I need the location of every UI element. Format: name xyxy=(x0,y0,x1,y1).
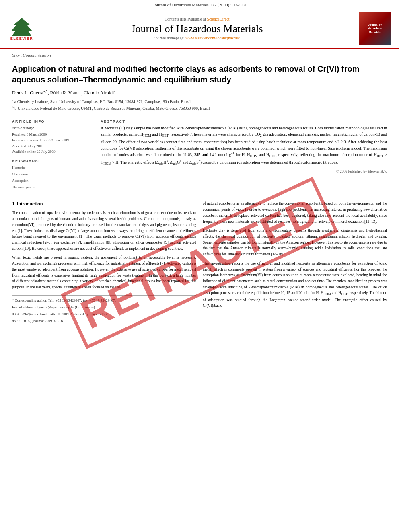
footnote-email: E-mail address: dlguerra@iqm.unicamp.br … xyxy=(12,305,196,310)
footnote-area: * Corresponding author. Tel.: +55 19 334… xyxy=(12,295,196,324)
svg-point-3 xyxy=(15,23,17,25)
elsevier-tree-svg xyxy=(8,16,35,37)
abstract-box: ABSTRACT A hectorite (H) clay sample has… xyxy=(101,116,387,174)
sciencedirect-link[interactable]: ScienceDirect xyxy=(207,17,229,21)
intro-paragraph-4: Hectorite clay is generated from soils a… xyxy=(203,228,387,257)
keywords-box: Keywords: Hectorite Chromium Adsorption … xyxy=(12,159,93,191)
footnote-corresponding: * Corresponding author. Tel.: +55 19 334… xyxy=(12,298,196,304)
article-info-label: ARTICLE INFO xyxy=(12,119,93,123)
affiliations: a a Chemistry Institute, State Universit… xyxy=(12,99,387,112)
keyword-item: Chromium xyxy=(12,171,93,177)
article-history: Article history: Received 6 March 2009 R… xyxy=(12,125,93,155)
copyright: © 2009 Published by Elsevier B.V. xyxy=(101,169,387,173)
abstract-column: ABSTRACT A hectorite (H) clay sample has… xyxy=(101,116,387,195)
journal-title-area: Contents lists available at ScienceDirec… xyxy=(35,17,359,40)
elsevier-logo-area: ELSEVIER xyxy=(8,16,35,41)
keywords-list: Hectorite Chromium Adsorption Thermodyna… xyxy=(12,164,93,191)
body-col-left: 1. Introduction The contamination of aqu… xyxy=(12,201,196,325)
intro-paragraph-1: The contamination of aquatic environment… xyxy=(12,210,196,251)
keyword-item: Adsorption xyxy=(12,177,93,184)
article-info-abstract-section: ARTICLE INFO Article history: Received 6… xyxy=(12,116,387,195)
elsevier-logo xyxy=(8,16,35,37)
journal-cover-thumbnail: Journal of Hazardous Materials xyxy=(359,12,391,45)
svg-point-4 xyxy=(27,23,29,25)
intro-paragraph-2: When toxic metals are present in aquatic… xyxy=(12,255,196,290)
body-col-right: of natural adsorbents as an alternative … xyxy=(203,201,387,325)
journal-title: Journal of Hazardous Materials xyxy=(35,23,359,35)
abstract-label: ABSTRACT xyxy=(101,119,387,123)
authors: Denis L. Guerraa,*, Rúbia R. Vianab, Cla… xyxy=(12,89,387,96)
sciencedirect-label: Contents lists available at ScienceDirec… xyxy=(35,17,359,21)
homepage-link[interactable]: www.elsevier.com/locate/jhazmat xyxy=(185,36,240,40)
footnote-doi: doi:10.1016/j.jhazmat.2009.07.016 xyxy=(12,318,196,324)
section1-title: 1. Introduction xyxy=(12,201,196,207)
body-section: RETRACTED 1. Introduction The contaminat… xyxy=(12,201,387,325)
intro-paragraph-5: This investigation reports the use of na… xyxy=(203,261,387,309)
keyword-item: Hectorite xyxy=(12,164,93,171)
journal-citation: Journal of Hazardous Materials 172 (2009… xyxy=(0,0,399,9)
article-info-column: ARTICLE INFO Article history: Received 6… xyxy=(12,116,93,195)
keyword-item: Thermodynamic xyxy=(12,184,93,190)
article-content: Short Communication Application of natur… xyxy=(0,49,399,333)
abstract-text: A hectorite (H) clay sample has been mod… xyxy=(101,125,387,167)
intro-paragraph-3: of natural adsorbents as an alternative … xyxy=(203,201,387,224)
article-title: Application of natural and modified hect… xyxy=(12,64,387,85)
journal-homepage: journal homepage: www.elsevier.com/locat… xyxy=(35,36,359,40)
footnote-issn: 0304-3894/$ – see front matter © 2009 Pu… xyxy=(12,312,196,317)
journal-header: ELSEVIER Contents lists available at Sci… xyxy=(0,9,399,49)
elsevier-brand-text: ELSEVIER xyxy=(10,37,33,41)
svg-rect-2 xyxy=(20,32,23,36)
article-type: Short Communication xyxy=(12,53,387,60)
keywords-label: Keywords: xyxy=(12,159,93,163)
article-info-box: ARTICLE INFO Article history: Received 6… xyxy=(12,116,93,191)
